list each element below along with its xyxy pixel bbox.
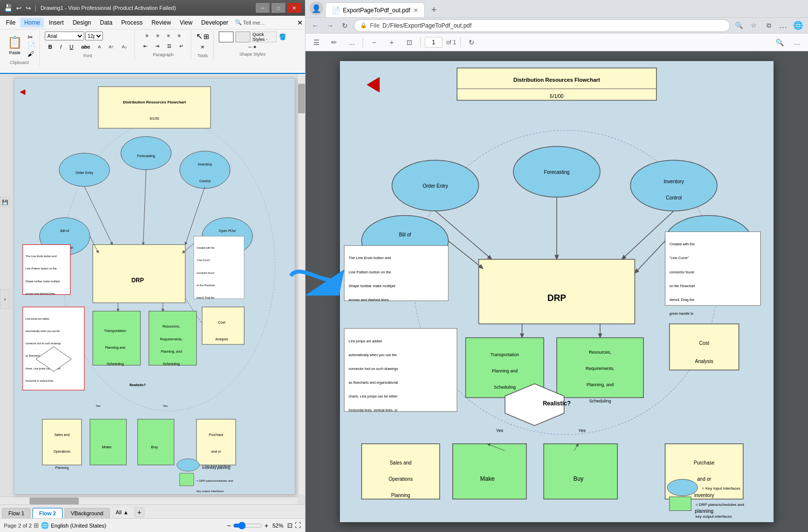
shape-style-1[interactable] [219, 32, 234, 42]
pdf-sidebar-toggle[interactable]: ☰ [309, 35, 323, 49]
zoom-out-btn[interactable]: − [367, 35, 381, 49]
align-center-btn[interactable]: ≡ [153, 32, 163, 40]
rtl-btn[interactable]: ↵ [176, 42, 187, 50]
edge-icon[interactable]: 🌐 [792, 20, 804, 32]
close-btn[interactable]: ✕ [287, 3, 301, 13]
visio-drawing-page[interactable]: Distribution Resources Flowchart 6/1/00 … [14, 78, 295, 495]
split-view-icon[interactable]: ⧉ [763, 20, 774, 32]
menu-developer[interactable]: Developer [198, 18, 233, 28]
del-btn[interactable]: ✕ [197, 43, 208, 51]
svg-line-21 [143, 170, 146, 245]
align-justify-btn[interactable]: ≡ [174, 32, 184, 40]
italic-btn[interactable]: I [57, 42, 65, 51]
fit-page-btn[interactable]: ⊡ [403, 35, 416, 49]
svg-text:Purchase: Purchase [694, 460, 715, 466]
tab-close-btn[interactable]: ✕ [413, 7, 418, 14]
menu-view[interactable]: View [176, 18, 197, 28]
search-btn[interactable]: 🔍 [773, 35, 786, 49]
font-size-select[interactable]: 12pt. [85, 32, 103, 40]
shape-fill-icon[interactable]: 🪣 [279, 33, 286, 40]
align-left-btn[interactable]: ≡ [142, 32, 152, 40]
horizontal-scrollbar[interactable] [0, 497, 297, 504]
svg-text:6/1/00: 6/1/00 [150, 117, 160, 120]
maximize-btn[interactable]: □ [271, 3, 285, 13]
tab-flow2[interactable]: Flow 2 [33, 508, 62, 518]
svg-text:and or: and or [211, 450, 222, 453]
menu-process[interactable]: Process [117, 18, 146, 28]
pdf-more-tools[interactable]: ... [345, 35, 359, 49]
quick-styles-btn[interactable]: Quick Styles - [252, 32, 277, 42]
svg-text:Distribution Resources Flowcha: Distribution Resources Flowchart [513, 77, 600, 83]
add-tab-btn[interactable]: + [135, 507, 144, 517]
list-btn[interactable]: ☰ [164, 42, 175, 50]
zoom-slider[interactable] [233, 522, 263, 530]
new-tab-btn[interactable]: + [427, 2, 441, 17]
language-label: English (United States) [51, 523, 106, 529]
pointer-icon[interactable]: ↖ [196, 32, 202, 41]
menu-home[interactable]: Home [20, 18, 44, 28]
align-right-btn[interactable]: ≡ [164, 32, 173, 40]
menu-insert[interactable]: Insert [45, 18, 67, 28]
cut-icon[interactable]: ✂ [28, 33, 35, 41]
svg-rect-62 [42, 419, 82, 465]
indent-more-btn[interactable]: ⇥ [152, 42, 163, 50]
svg-rect-76 [180, 473, 194, 486]
format-painter-icon[interactable]: 🖌 [28, 50, 35, 58]
bookmark-icon[interactable]: ☆ [748, 20, 760, 32]
tab-flow1[interactable]: Flow 1 [2, 508, 31, 518]
refresh-btn[interactable]: ↻ [339, 20, 351, 32]
zoom-in-btn[interactable]: + [265, 522, 269, 530]
ribbon-close-icon[interactable]: ✕ [297, 19, 303, 27]
full-screen-btn[interactable]: ⛶ [295, 522, 301, 529]
font-color-btn[interactable]: A [95, 43, 104, 51]
effects-icon[interactable]: ✦ [253, 44, 257, 50]
vertical-scrollbar[interactable] [297, 74, 305, 495]
visio-save-icon[interactable]: 💾 [4, 4, 12, 12]
tab-vbackground[interactable]: VBackground [65, 508, 110, 518]
more-options-btn[interactable]: ... [790, 35, 804, 49]
strikethrough-btn[interactable]: abc [78, 42, 94, 51]
address-bar[interactable]: 🔒 File D:/Files/ExportPageToPdf_out.pdf [354, 19, 730, 32]
underline-btn[interactable]: U [66, 42, 77, 51]
browser-profile-btn[interactable]: 👤 [309, 1, 323, 15]
save-side-icon[interactable]: 💾 [0, 197, 10, 207]
tell-me[interactable]: 🔍 Tell me... [235, 19, 265, 26]
back-btn[interactable]: ← [309, 20, 321, 32]
pdf-content[interactable]: Distribution Resources Flowchart 6/1/00 … [305, 51, 808, 532]
grow-font-btn[interactable]: A↑ [105, 43, 118, 51]
undo-icon[interactable]: ↩ [16, 4, 22, 12]
fit-page-btn[interactable]: ⊡ [287, 522, 293, 529]
menu-file[interactable]: File [2, 18, 19, 28]
forward-btn[interactable]: → [324, 20, 336, 32]
zoom-icon[interactable]: 🔍 [733, 20, 745, 32]
pdf-diagram-svg: Distribution Resources Flowchart 6/1/00 … [340, 61, 774, 522]
bold-btn[interactable]: B [45, 42, 56, 51]
shrink-font-btn[interactable]: A↓ [118, 43, 131, 51]
menu-review[interactable]: Review [147, 18, 174, 28]
tab-all[interactable]: All ▲ [112, 507, 133, 517]
svg-text:Created with the: Created with the [670, 242, 695, 246]
visio-diagram: Distribution Resources Flowchart 6/1/00 … [14, 78, 295, 494]
minimize-btn[interactable]: ─ [256, 3, 269, 13]
font-family-select[interactable]: Arial [45, 32, 84, 40]
browser-more-btn[interactable]: ... [777, 20, 789, 32]
line-style-icon[interactable]: ─ [248, 44, 252, 50]
rotate-btn[interactable]: ↻ [465, 35, 478, 49]
connector-icon[interactable]: ⊞ [203, 33, 209, 40]
pdf-draw-btn[interactable]: ✏ [327, 35, 341, 49]
page-number-input[interactable] [425, 37, 442, 48]
zoom-out-btn[interactable]: − [227, 522, 231, 530]
redo-icon[interactable]: ↪ [26, 4, 31, 12]
copy-icon[interactable]: 📄 [28, 42, 35, 49]
pdf-tab-icon: 📄 [332, 6, 340, 14]
indent-less-btn[interactable]: ⇤ [140, 42, 151, 50]
menu-design[interactable]: Design [68, 18, 95, 28]
shape-style-2[interactable] [236, 32, 250, 42]
browser-tab-pdf[interactable]: 📄 ExportPageToPdf_out.pdf ✕ [325, 2, 425, 17]
menu-data[interactable]: Data [96, 18, 116, 28]
zoom-in-btn[interactable]: + [385, 35, 399, 49]
page-layout-icon[interactable]: ⊞ [34, 522, 39, 529]
sidebar-toggle[interactable]: › [0, 289, 10, 309]
paste-button[interactable]: 📋 Paste [3, 32, 27, 59]
svg-text:Operations: Operations [54, 450, 71, 454]
